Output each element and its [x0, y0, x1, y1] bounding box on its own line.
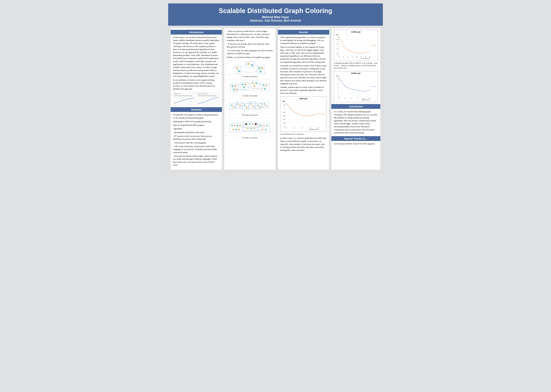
section-thanks: Special Thanks to…	[332, 136, 380, 141]
svg-text:10: 10	[318, 127, 319, 129]
svg-rect-32	[262, 102, 269, 108]
results-p2: Then we reached stability in our program…	[280, 46, 327, 63]
svg-text:8: 8	[357, 98, 358, 99]
svg-point-39	[250, 103, 252, 105]
svg-rect-0	[234, 66, 241, 73]
section-introduction: Introduction	[171, 30, 222, 35]
svg-rect-13	[261, 83, 269, 91]
results-p1: After implementing algorithm, we tried o…	[280, 36, 327, 45]
svg-text:time: time	[282, 101, 285, 102]
svg-text:1.2: 1.2	[283, 104, 285, 106]
svg-text:Chart 1: Chart 1	[321, 113, 325, 115]
column-4: 10 000 node 00.511.522.533.544.524681015…	[331, 28, 381, 170]
svg-point-22	[255, 82, 257, 84]
svg-point-43	[264, 103, 265, 105]
svg-point-16	[233, 89, 235, 91]
methods-p3: Start our implemented MPI program	[173, 124, 219, 127]
svg-point-56	[249, 123, 251, 125]
svg-point-49	[234, 125, 236, 126]
svg-text:2: 2	[285, 127, 286, 129]
svg-point-3	[236, 67, 238, 69]
svg-point-15	[234, 85, 236, 87]
thanks-p1: Can Özturan and Bert Arnrich for their s…	[334, 142, 378, 145]
col2-p1: - Then root process sends back to critic…	[226, 30, 273, 42]
svg-text:12: 12	[369, 98, 371, 99]
svg-point-57	[252, 123, 254, 125]
svg-rect-29	[243, 103, 248, 110]
poster-author: Mehmet Bilal Yaşar	[170, 15, 381, 19]
svg-text:3.5: 3.5	[337, 39, 339, 40]
svg-text:0.2: 0.2	[283, 122, 285, 124]
svg-point-35	[237, 103, 239, 105]
methods-b2: - 0ᵗʰ process is the root process. Root …	[173, 135, 219, 140]
section-conclusion: Conclusion	[332, 104, 380, 109]
svg-text:7: 7	[338, 80, 339, 82]
svg-point-53	[236, 129, 237, 131]
svg-text:10: 10	[363, 98, 364, 99]
results-note1: In above chart, we created a graph that …	[280, 137, 327, 152]
cap-45n: 45 nodes 3 processes	[226, 136, 273, 139]
poster-title: Scalable Distributed Graph Coloring	[170, 7, 381, 14]
methods-b3: - All processes start the coloring graph…	[173, 141, 219, 144]
methods-p2: Send graph to METIS for graph partitioni…	[173, 120, 219, 123]
methods-p1: We generate new graph by using our graph…	[173, 113, 219, 119]
svg-text:4: 4	[338, 87, 339, 88]
svg-point-65	[262, 129, 263, 131]
svg-point-34	[233, 107, 234, 108]
svg-rect-27	[230, 103, 235, 110]
intro-p1: In this project, we worked, analyzed and…	[173, 36, 219, 78]
svg-text:1: 1	[338, 94, 339, 96]
svg-point-54	[239, 129, 240, 131]
svg-text:0.4: 0.4	[283, 119, 285, 120]
trend-charts: mapreduce Zaman içerisinde gösterilen il…	[173, 92, 219, 105]
svg-text:3: 3	[338, 41, 339, 42]
svg-text:0.6: 0.6	[283, 115, 285, 117]
svg-rect-12	[251, 81, 259, 88]
svg-text:8: 8	[310, 127, 311, 129]
svg-point-23	[254, 85, 255, 87]
svg-point-6	[251, 64, 253, 66]
svg-text:10: 10	[356, 56, 357, 58]
svg-rect-10	[230, 84, 238, 92]
svg-point-38	[246, 107, 247, 108]
svg-rect-11	[240, 83, 248, 90]
svg-text:0: 0	[338, 96, 339, 98]
svg-point-4	[238, 70, 240, 72]
svg-text:6: 6	[302, 127, 303, 129]
svg-text:4: 4	[345, 98, 346, 99]
svg-point-8	[261, 67, 263, 69]
svg-text:6: 6	[338, 82, 339, 84]
svg-point-66	[265, 129, 267, 131]
col2-p4: Finally, we can look solution at GraphVi…	[226, 56, 273, 59]
poster: Scalable Distributed Graph Coloring Mehm…	[168, 3, 383, 172]
svg-text:20: 20	[365, 56, 366, 58]
columns: Introduction In this project, we worked,…	[168, 26, 383, 172]
intro-p2: In our problem, we tried to solve graph …	[173, 78, 219, 91]
svg-text:Chart 3: Chart 3	[372, 86, 377, 87]
svg-text:2: 2	[339, 56, 339, 58]
svg-text:5: 5	[338, 85, 339, 86]
column-3: Results After implementing algorithm, we…	[278, 28, 329, 170]
results-p3: Generally, we reached two results. One o…	[280, 64, 327, 85]
column-1: Introduction In this project, we worked,…	[170, 28, 222, 170]
svg-point-5	[247, 63, 249, 65]
svg-point-7	[258, 67, 260, 69]
graphviz-10n	[226, 60, 273, 75]
svg-text:6: 6	[347, 56, 348, 58]
cap-10n: 10 nodes 3 processes	[226, 75, 273, 78]
svg-point-36	[239, 105, 241, 107]
svg-point-64	[266, 125, 268, 126]
svg-point-41	[257, 105, 259, 106]
section-methods: Methods	[171, 107, 222, 112]
svg-point-18	[242, 84, 244, 86]
svg-text:Process count: Process count	[309, 129, 318, 130]
svg-text:1: 1	[284, 108, 285, 109]
svg-point-55	[245, 123, 247, 125]
svg-text:Chart 2: Chart 2	[372, 44, 377, 46]
methods-b4: - After some fixed time, all processes s…	[173, 145, 219, 154]
col2-p2: - If root process decides that every nod…	[226, 42, 273, 49]
graphviz-20n	[226, 79, 273, 94]
trend-cloud: cloud computing Zaman içerisinde gösteri…	[197, 92, 220, 105]
svg-text:time: time	[336, 34, 338, 35]
svg-text:time: time	[336, 75, 338, 77]
